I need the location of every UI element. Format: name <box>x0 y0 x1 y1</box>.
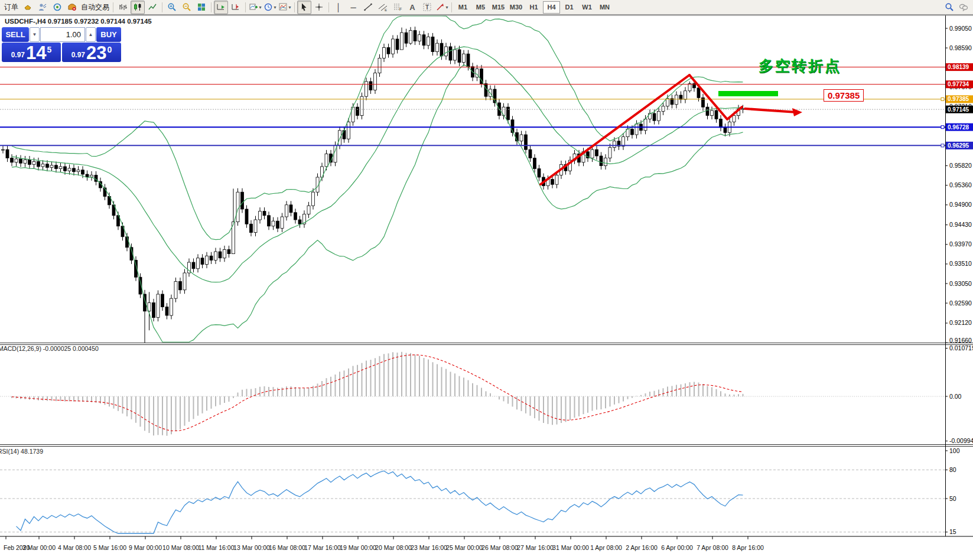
zoom-out-icon[interactable] <box>180 1 194 14</box>
search-icon[interactable] <box>942 1 956 14</box>
timeframe-h4[interactable]: H4 <box>543 1 560 14</box>
svg-text:0.98590: 0.98590 <box>949 44 972 51</box>
price-scale[interactable]: 0.990500.985900.981300.976700.972100.967… <box>945 25 972 344</box>
chart-shift-icon[interactable] <box>229 1 243 14</box>
toolbar-separator <box>113 2 113 12</box>
candlestick-chart-icon[interactable] <box>131 1 145 14</box>
buy-price-pip: 0 <box>108 45 112 54</box>
svg-text:0.92590: 0.92590 <box>949 299 972 307</box>
timeframe-d1[interactable]: D1 <box>561 1 578 14</box>
auto-scroll-icon[interactable] <box>214 1 228 14</box>
svg-text:1 Apr 08:00: 1 Apr 08:00 <box>590 544 622 551</box>
bar-chart-icon[interactable] <box>116 1 130 14</box>
chart-ohlc-title: USDCHF-,H4 0.97185 0.97232 0.97144 0.971… <box>5 18 152 25</box>
time-scale[interactable]: Feb 20203 Mar 00:004 Mar 08:005 Mar 16:0… <box>4 536 764 551</box>
volume-decrease-button[interactable]: ▼ <box>30 27 40 42</box>
svg-text:6 Apr 00:00: 6 Apr 00:00 <box>661 544 693 551</box>
svg-text:0.92120: 0.92120 <box>949 319 972 326</box>
crosshair-icon[interactable] <box>312 1 326 14</box>
svg-text:0.97145: 0.97145 <box>948 106 969 113</box>
svg-text:16 Mar 08:00: 16 Mar 08:00 <box>269 544 305 551</box>
text-tool[interactable]: A <box>405 1 419 14</box>
zoom-in-icon[interactable] <box>165 1 179 14</box>
text-label-tool[interactable]: T <box>420 1 434 14</box>
autotrading-label[interactable]: 自动交易 <box>80 2 110 12</box>
timeframe-m15[interactable]: M15 <box>490 1 507 14</box>
buy-button[interactable]: BUY <box>96 27 121 42</box>
broadcast-icon[interactable] <box>50 1 64 14</box>
horizontal-line-icon[interactable]: ─ <box>346 1 360 14</box>
price-level-lines[interactable]: 0.981390.977340.973850.971450.967280.962… <box>0 63 973 149</box>
svg-text:26 Mar 08:00: 26 Mar 08:00 <box>481 544 518 551</box>
line-chart-icon[interactable] <box>145 1 160 14</box>
price-level-label[interactable]: 0.97385 <box>824 89 864 102</box>
svg-text:13 Mar 00:00: 13 Mar 00:00 <box>233 544 270 551</box>
timeframe-mn[interactable]: MN <box>596 1 613 14</box>
trendline-icon[interactable] <box>361 1 375 14</box>
svg-text:11 Mar 16:00: 11 Mar 16:00 <box>198 544 234 551</box>
svg-text:0.94430: 0.94430 <box>949 221 972 228</box>
svg-text:F: F <box>399 7 402 11</box>
turning-point-annotation[interactable]: 多空转折点 <box>759 56 841 76</box>
vertical-line-icon[interactable]: │ <box>331 1 346 14</box>
svg-text:9 Mar 00:00: 9 Mar 00:00 <box>129 544 162 551</box>
svg-text:23 Mar 16:00: 23 Mar 16:00 <box>411 544 447 551</box>
macd-pane: 0.0107190.00-0.009944 <box>0 344 973 444</box>
svg-text:5 Mar 16:00: 5 Mar 16:00 <box>93 544 126 551</box>
svg-text:100: 100 <box>949 447 960 454</box>
volume-increase-button[interactable]: ▲ <box>86 27 96 42</box>
macd-indicator-label: MACD(12,26,9) -0.000025 0.000450 <box>0 345 99 352</box>
market-watch-icon[interactable] <box>21 1 35 14</box>
chart-svg: 0.990500.985900.981300.976700.972100.967… <box>0 0 973 560</box>
signals-icon[interactable] <box>35 1 50 14</box>
cursor-icon[interactable] <box>297 1 311 14</box>
svg-text:0.99050: 0.99050 <box>949 25 972 32</box>
svg-text:0.97734: 0.97734 <box>948 81 969 87</box>
timeframe-m30[interactable]: M30 <box>507 1 525 14</box>
svg-text:8 Apr 16:00: 8 Apr 16:00 <box>732 544 764 551</box>
svg-text:0.96295: 0.96295 <box>948 142 969 149</box>
new-order-button[interactable]: 订单 <box>2 1 20 14</box>
timeframe-h1[interactable]: H1 <box>525 1 542 14</box>
svg-text:E: E <box>385 8 387 12</box>
svg-text:10 Mar 08:00: 10 Mar 08:00 <box>162 544 199 551</box>
svg-text:0.93050: 0.93050 <box>949 280 972 287</box>
timeframe-m1[interactable]: M1 <box>454 1 471 14</box>
fibonacci-icon[interactable]: F <box>390 1 405 14</box>
svg-text:0.95820: 0.95820 <box>949 162 972 169</box>
svg-text:-0.009944: -0.009944 <box>949 437 973 444</box>
toolbar-separator <box>451 2 452 12</box>
buy-price-prefix: 0.97 <box>71 51 85 59</box>
arrows-tool[interactable]: ▾ <box>435 1 449 14</box>
svg-text:17 Mar 16:00: 17 Mar 16:00 <box>304 544 341 551</box>
toolbar-separator <box>328 2 329 12</box>
chart-area[interactable]: 0.990500.985900.981300.976700.972100.967… <box>0 0 973 560</box>
timeframe-w1[interactable]: W1 <box>578 1 595 14</box>
templates-icon[interactable]: ▾ <box>278 1 292 14</box>
chart-drawings[interactable] <box>541 75 802 184</box>
sell-button[interactable]: SELL <box>2 27 29 42</box>
new-chart-icon[interactable]: ▾ <box>248 1 262 14</box>
svg-text:0.93970: 0.93970 <box>949 240 972 248</box>
volume-input[interactable]: 1.00 <box>40 27 85 42</box>
sell-price-big: 14 <box>26 44 46 61</box>
timeframe-m5[interactable]: M5 <box>472 1 489 14</box>
toolbar-separator <box>162 2 162 12</box>
chat-icon[interactable] <box>956 1 971 14</box>
main-toolbar: 订单 自动交易 ▾ ▾ ▾ │ ─ E F A T ▾ M1 M5 M15 M3… <box>0 0 973 15</box>
svg-text:3 Mar 00:00: 3 Mar 00:00 <box>22 544 56 551</box>
autotrading-icon[interactable] <box>65 1 79 14</box>
equidistant-channel-icon[interactable]: E <box>376 1 390 14</box>
sell-price-button[interactable]: 0.97 14 5 <box>2 43 61 62</box>
new-order-label: 订单 <box>3 2 19 12</box>
rsi-indicator-label: RSI(14) 48.1739 <box>0 448 43 455</box>
buy-price-button[interactable]: 0.97 23 0 <box>62 43 121 62</box>
svg-text:50: 50 <box>949 495 956 502</box>
toolbar-separator <box>211 2 211 12</box>
timeframe-clock-icon[interactable]: ▾ <box>263 1 277 14</box>
tile-windows-icon[interactable] <box>194 1 209 14</box>
svg-text:0.00: 0.00 <box>949 393 962 400</box>
svg-text:0.98139: 0.98139 <box>948 64 969 70</box>
dropdown-caret-icon: ▾ <box>445 5 448 10</box>
toolbar-separator <box>294 2 295 12</box>
